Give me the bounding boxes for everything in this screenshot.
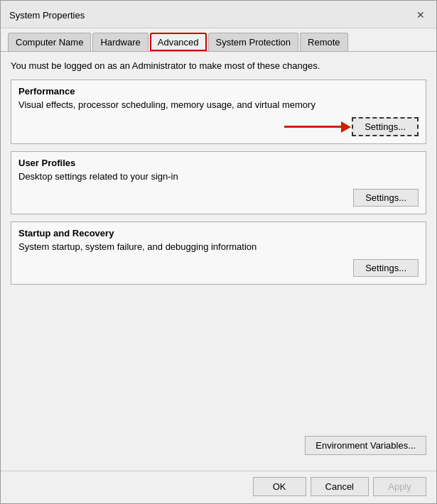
tab-content: You must be logged on as an Administrato…: [1, 52, 436, 430]
admin-notice: You must be logged on as an Administrato…: [11, 60, 426, 71]
dialog-title: System Properties: [9, 10, 85, 21]
ok-button[interactable]: OK: [253, 477, 306, 496]
user-profiles-settings-button[interactable]: Settings...: [353, 189, 419, 207]
startup-recovery-section: Startup and Recovery System startup, sys…: [11, 221, 426, 285]
tabs-container: Computer Name Hardware Advanced System P…: [1, 28, 436, 52]
startup-recovery-title: Startup and Recovery: [18, 228, 419, 239]
arrow-head: [341, 121, 351, 133]
bottom-section: Environment Variables...: [1, 430, 436, 471]
tab-system-protection[interactable]: System Protection: [208, 33, 299, 51]
user-profiles-desc: Desktop settings related to your sign-in: [18, 171, 419, 182]
tab-hardware[interactable]: Hardware: [92, 33, 148, 51]
cancel-button[interactable]: Cancel: [311, 477, 369, 496]
user-profiles-section: User Profiles Desktop settings related t…: [11, 151, 426, 214]
user-profiles-title: User Profiles: [18, 158, 419, 168]
arrow-line: [284, 126, 341, 128]
env-variables-row: Environment Variables...: [11, 436, 426, 455]
title-bar: System Properties ✕: [1, 1, 436, 28]
environment-variables-button[interactable]: Environment Variables...: [305, 436, 426, 455]
startup-recovery-desc: System startup, system failure, and debu…: [18, 241, 419, 252]
user-profiles-btn-row: Settings...: [18, 189, 419, 207]
apply-button[interactable]: Apply: [373, 477, 426, 496]
arrow-indicator: [284, 121, 351, 133]
system-properties-dialog: System Properties ✕ Computer Name Hardwa…: [0, 0, 437, 504]
performance-settings-button[interactable]: Settings...: [352, 117, 419, 136]
close-button[interactable]: ✕: [412, 6, 429, 23]
performance-title: Performance: [18, 86, 419, 97]
tab-remote[interactable]: Remote: [300, 33, 348, 51]
startup-recovery-btn-row: Settings...: [18, 259, 419, 277]
tab-advanced[interactable]: Advanced: [150, 33, 207, 51]
startup-recovery-settings-button[interactable]: Settings...: [353, 259, 419, 277]
performance-desc: Visual effects, processor scheduling, me…: [18, 99, 419, 110]
arrow-container: [284, 121, 351, 133]
performance-section: Performance Visual effects, processor sc…: [11, 80, 426, 144]
performance-btn-row: Settings...: [18, 117, 419, 136]
tab-computer-name[interactable]: Computer Name: [8, 33, 91, 51]
dialog-buttons: OK Cancel Apply: [1, 471, 436, 503]
